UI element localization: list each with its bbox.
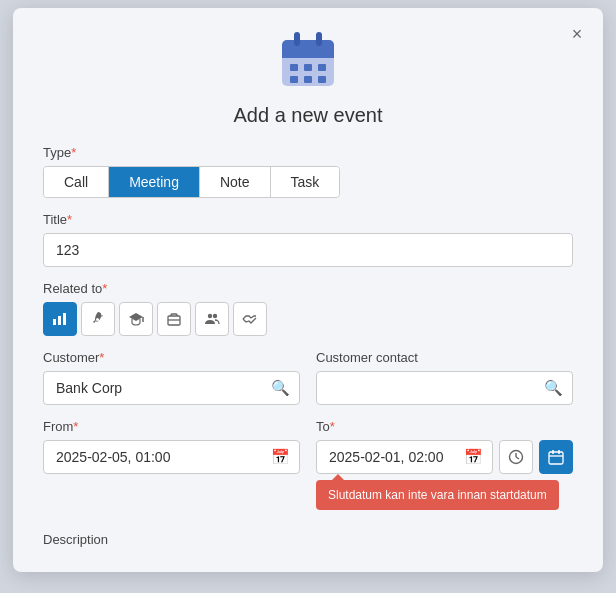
- from-label: From*: [43, 419, 300, 434]
- svg-rect-2: [282, 52, 334, 58]
- close-button[interactable]: ×: [563, 20, 591, 48]
- modal-title: Add a new event: [43, 104, 573, 127]
- type-task-button[interactable]: Task: [271, 167, 340, 197]
- modal-overlay: × Add a new event Type*: [0, 0, 616, 593]
- customer-row: Customer* 🔍 Customer contact 🔍: [43, 350, 573, 419]
- to-label: To*: [316, 419, 573, 434]
- svg-marker-15: [129, 313, 143, 321]
- title-label: Title*: [43, 212, 573, 227]
- svg-rect-6: [304, 64, 312, 71]
- to-input-row: 📅: [316, 440, 573, 474]
- graduation-icon: [128, 311, 144, 327]
- type-button-group: Call Meeting Note Task: [43, 166, 340, 198]
- customer-input[interactable]: [43, 371, 300, 405]
- svg-rect-12: [58, 316, 61, 325]
- customer-section: Customer* 🔍: [43, 350, 300, 405]
- handshake-icon: [242, 311, 258, 327]
- from-section: From* 📅: [43, 419, 300, 474]
- type-meeting-button[interactable]: Meeting: [109, 167, 200, 197]
- title-input[interactable]: [43, 233, 573, 267]
- customer-contact-label: Customer contact: [316, 350, 573, 365]
- modal-dialog: × Add a new event Type*: [13, 8, 603, 572]
- svg-rect-11: [53, 319, 56, 325]
- related-icon-people[interactable]: [195, 302, 229, 336]
- from-input[interactable]: [43, 440, 300, 474]
- svg-rect-3: [294, 32, 300, 46]
- type-call-button[interactable]: Call: [44, 167, 109, 197]
- people-icon: [204, 311, 220, 327]
- svg-rect-8: [290, 76, 298, 83]
- svg-rect-9: [304, 76, 312, 83]
- customer-contact-section: Customer contact 🔍: [316, 350, 573, 405]
- customer-label: Customer*: [43, 350, 300, 365]
- svg-rect-10: [318, 76, 326, 83]
- calendar-icon-wrap: [43, 28, 573, 92]
- svg-point-19: [208, 314, 212, 318]
- type-note-button[interactable]: Note: [200, 167, 271, 197]
- svg-rect-5: [290, 64, 298, 71]
- to-section: To* 📅 Slutdatum kan inte vara innan: [316, 419, 573, 474]
- date-error-tooltip: Slutdatum kan inte vara innan startdatum: [316, 480, 559, 510]
- svg-rect-13: [63, 313, 66, 325]
- rocket-icon: [90, 311, 106, 327]
- to-input[interactable]: [316, 440, 493, 474]
- svg-point-14: [96, 318, 99, 321]
- customer-input-wrap: 🔍: [43, 371, 300, 405]
- related-icon-rocket[interactable]: [81, 302, 115, 336]
- type-label: Type*: [43, 145, 573, 160]
- from-input-wrap: 📅: [43, 440, 300, 474]
- bar-chart-icon: [52, 311, 68, 327]
- related-icon-briefcase[interactable]: [157, 302, 191, 336]
- datetime-row: From* 📅 To* 📅: [43, 419, 573, 488]
- description-section: Description: [43, 530, 573, 548]
- svg-rect-7: [318, 64, 326, 71]
- customer-contact-input[interactable]: [316, 371, 573, 405]
- description-label: Description: [43, 532, 108, 547]
- svg-rect-24: [549, 452, 563, 464]
- related-label: Related to*: [43, 281, 573, 296]
- svg-line-23: [516, 457, 519, 459]
- to-calendar-button[interactable]: [539, 440, 573, 474]
- calendar-small-icon: [548, 449, 564, 465]
- calendar-icon: [276, 28, 340, 92]
- related-icon-handshake[interactable]: [233, 302, 267, 336]
- type-section: Type* Call Meeting Note Task: [43, 145, 573, 198]
- related-icon-barchart[interactable]: [43, 302, 77, 336]
- customer-contact-input-wrap: 🔍: [316, 371, 573, 405]
- related-icon-graduation[interactable]: [119, 302, 153, 336]
- related-icon-group: [43, 302, 573, 336]
- briefcase-icon: [166, 311, 182, 327]
- svg-point-20: [213, 314, 217, 318]
- to-clock-button[interactable]: [499, 440, 533, 474]
- title-section: Title*: [43, 212, 573, 267]
- svg-rect-4: [316, 32, 322, 46]
- related-section: Related to*: [43, 281, 573, 336]
- clock-icon: [508, 449, 524, 465]
- to-input-wrap: 📅: [316, 440, 493, 474]
